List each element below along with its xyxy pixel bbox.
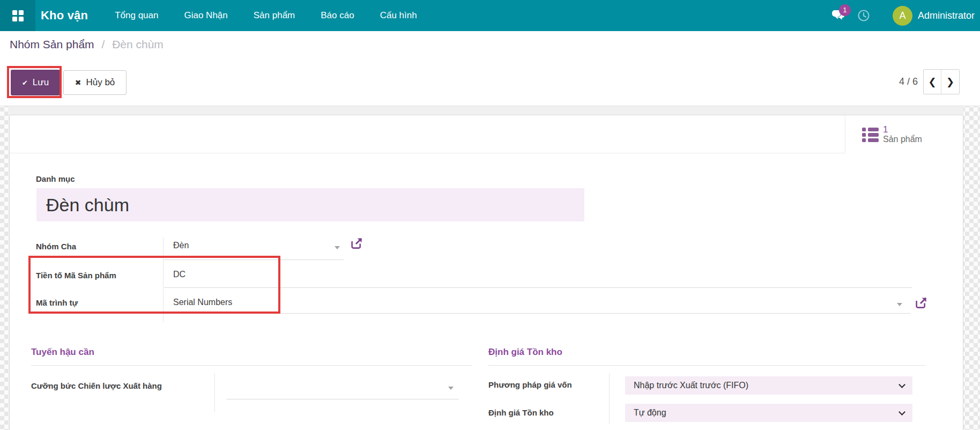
clock-icon [857,9,870,22]
save-button[interactable]: ✔ Lưu [11,70,60,95]
parent-category-label: Nhóm Cha [36,242,76,251]
main-menu: Tổng quan Giao Nhận Sản phẩm Báo cáo Cấu… [102,0,429,31]
breadcrumb: Nhóm Sản phẩm / Đèn chùm [10,38,164,51]
user-menu[interactable]: Administrator [918,10,975,21]
select-chevron-icon [899,409,905,416]
control-panel: Nhóm Sản phẩm / Đèn chùm ✔ Lưu ✖ Hủy bỏ … [0,31,980,106]
smart-button-count: 1 [883,124,922,135]
sequence-value[interactable]: Serial Numbers [173,298,232,307]
chevron-left-icon: ❮ [928,76,936,88]
parent-field-underline [164,260,344,260]
menu-item-overview[interactable]: Tổng quan [102,0,171,31]
pager-counter: 4 / 6 [899,76,918,87]
sheet-header: 1 Sản phẩm [10,115,963,153]
logistics-label-divider [214,373,215,412]
app-title[interactable]: Kho vận [41,9,88,23]
sequence-label: Mã trình tự [36,298,78,307]
logistics-title-separator [31,365,472,366]
label-column-divider [163,238,164,322]
sequence-dropdown-caret-icon[interactable] [897,303,902,306]
category-field-label: Danh mục [36,174,75,183]
avatar[interactable]: A [893,6,912,26]
smart-button-label: Sản phẩm [883,135,922,144]
save-button-label: Lưu [33,77,49,88]
menu-item-products[interactable]: Sản phẩm [241,0,308,31]
inventory-valuation-select[interactable]: Tự động [625,404,912,422]
removal-strategy-caret-icon[interactable] [448,387,454,390]
menu-item-settings[interactable]: Cấu hình [367,0,430,31]
sequence-external-link-icon[interactable] [914,296,928,313]
valuation-label-divider [609,373,610,424]
menu-item-transfers[interactable]: Giao Nhận [171,0,240,31]
select-chevron-icon [899,381,905,388]
check-icon: ✔ [22,79,28,87]
messages-badge: 1 [839,4,851,16]
breadcrumb-separator: / [101,38,105,50]
parent-dropdown-caret-icon[interactable] [335,246,340,249]
costing-method-label: Phương pháp giá vốn [488,380,572,389]
pager-previous-button[interactable]: ❮ [924,70,941,94]
logistics-group-title: Tuyến hậu cần [31,347,94,358]
sequence-field-underline [164,313,910,314]
menu-item-reports[interactable]: Báo cáo [308,0,367,31]
content-area: 1 Sản phẩm Danh mục Nhóm Cha Đèn Tiền tố… [9,106,963,430]
prefix-label: Tiền tố Mã Sản phẩm [36,271,116,280]
prefix-value[interactable]: DC [173,270,185,279]
close-icon: ✖ [75,78,81,87]
chevron-right-icon: ❯ [946,76,954,88]
inventory-valuation-value: Tự động [634,408,666,418]
costing-method-value: Nhập trước Xuất trước (FIFO) [634,381,748,390]
prefix-field-underline [164,287,912,288]
category-name-input[interactable] [36,188,584,221]
pager-buttons: ❮ ❯ [923,69,960,94]
discard-button-label: Hủy bỏ [86,77,115,88]
messages-button[interactable]: 1 [831,9,845,23]
discard-button[interactable]: ✖ Hủy bỏ [63,70,127,95]
removal-strategy-underline [226,399,459,399]
breadcrumb-current: Đèn chùm [112,38,164,50]
parent-category-value[interactable]: Đèn [173,241,189,250]
parent-external-link-icon[interactable] [349,236,363,253]
apps-menu-button[interactable] [0,0,35,31]
navbar-right: 1 A Administrator [831,0,980,31]
products-smart-button[interactable]: 1 Sản phẩm [845,115,963,153]
form-sheet: 1 Sản phẩm Danh mục Nhóm Cha Đèn Tiền tố… [9,115,963,430]
costing-method-select[interactable]: Nhập trước Xuất trước (FIFO) [625,376,912,395]
list-icon [862,127,879,142]
top-navbar: Kho vận Tổng quan Giao Nhận Sản phẩm Báo… [0,0,980,31]
removal-strategy-label: Cưỡng bức Chiến lược Xuất hàng [31,381,162,390]
valuation-group-title: Định giá Tồn kho [488,347,562,358]
activities-button[interactable] [857,9,870,22]
breadcrumb-parent[interactable]: Nhóm Sản phẩm [10,38,94,50]
apps-grid-icon [12,10,23,21]
pager-next-button[interactable]: ❯ [941,70,959,94]
valuation-title-separator [488,365,925,366]
inventory-valuation-label: Định giá Tồn kho [488,408,554,417]
